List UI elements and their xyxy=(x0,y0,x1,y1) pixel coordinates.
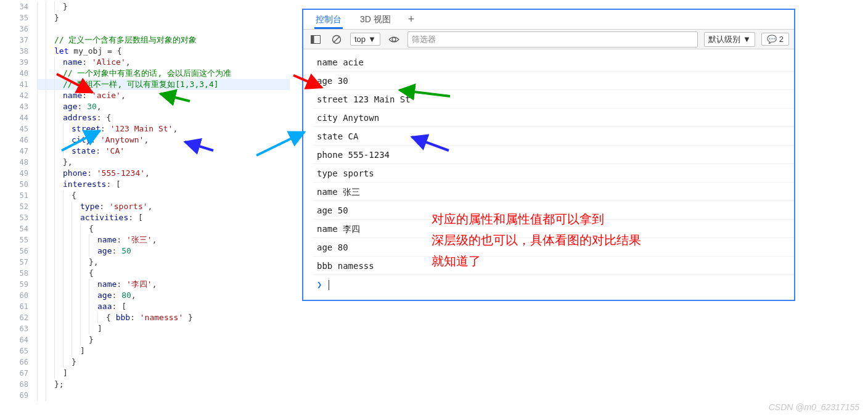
console-log-row[interactable]: age 80 xyxy=(313,238,794,257)
line-number: 41 xyxy=(0,79,37,90)
live-expression-icon[interactable] xyxy=(387,33,401,46)
code-line[interactable]: } xyxy=(37,357,290,368)
code-line[interactable]: address: { xyxy=(37,112,290,123)
svg-line-3 xyxy=(334,36,340,43)
code-line[interactable]: activities: [ xyxy=(37,212,290,223)
code-line[interactable]: // 定义一个含有多层数组与对象的对象 xyxy=(37,35,290,46)
line-number: 46 xyxy=(0,134,37,146)
line-number: 45 xyxy=(0,123,37,134)
console-log-row[interactable]: type sports xyxy=(313,164,794,183)
line-number-gutter: 3435363738394041424344454647484950515253… xyxy=(0,0,37,401)
context-select-label: top xyxy=(354,35,366,44)
line-number: 57 xyxy=(0,257,37,268)
code-line[interactable] xyxy=(37,390,290,401)
code-line[interactable]: { bbb: 'namesss' } xyxy=(37,312,290,323)
code-editor[interactable]: 3435363738394041424344454647484950515253… xyxy=(0,0,290,407)
line-number: 51 xyxy=(0,190,37,201)
code-line[interactable]: phone: '555-1234', xyxy=(37,168,290,179)
line-number: 69 xyxy=(0,390,37,401)
line-number: 52 xyxy=(0,201,37,212)
console-log-output[interactable]: name acieage 30street 123 Main Stcity An… xyxy=(303,49,794,300)
code-line[interactable]: { xyxy=(37,223,290,234)
code-line[interactable]: { xyxy=(37,190,290,201)
code-line[interactable]: name: '张三', xyxy=(37,234,290,246)
line-number: 68 xyxy=(0,379,37,390)
code-line[interactable]: }, xyxy=(37,257,290,268)
chevron-down-icon: ▼ xyxy=(743,35,751,44)
line-number: 61 xyxy=(0,301,37,312)
console-log-row[interactable]: age 50 xyxy=(313,201,794,220)
line-number: 60 xyxy=(0,290,37,301)
tab-3dview[interactable]: 3D 视图 xyxy=(359,10,392,29)
code-line[interactable]: // 数组不一样, 可以有重复如[1,3,3,4] xyxy=(37,79,290,90)
code-line[interactable] xyxy=(37,23,290,35)
code-line[interactable]: // 一个对象中有重名的话, 会以后面这个为准 xyxy=(37,68,290,79)
code-line[interactable]: state: 'CA' xyxy=(37,146,290,157)
tab-console[interactable]: 控制台 xyxy=(314,10,343,29)
code-line[interactable]: interests: [ xyxy=(37,179,290,190)
line-number: 59 xyxy=(0,279,37,290)
code-line[interactable]: name: 'acie', xyxy=(37,90,290,101)
code-line[interactable]: { xyxy=(37,268,290,279)
line-number: 64 xyxy=(0,334,37,345)
log-level-select[interactable]: 默认级别 ▼ xyxy=(704,32,755,47)
add-tab-icon[interactable]: + xyxy=(408,13,415,26)
code-line[interactable]: type: 'sports', xyxy=(37,201,290,212)
code-line[interactable]: } xyxy=(37,334,290,345)
code-line[interactable]: aaa: [ xyxy=(37,301,290,312)
sidebar-toggle-icon[interactable] xyxy=(308,33,323,46)
svg-rect-1 xyxy=(311,35,314,43)
filter-input[interactable]: 筛选器 xyxy=(407,31,698,47)
console-log-row[interactable]: name acie xyxy=(313,53,794,72)
code-area[interactable]: }}// 定义一个含有多层数组与对象的对象let my_obj = {name:… xyxy=(37,0,290,401)
console-prompt[interactable] xyxy=(313,275,794,294)
issues-count: 2 xyxy=(779,35,784,44)
code-line[interactable]: name: '李四', xyxy=(37,279,290,290)
code-line[interactable]: }; xyxy=(37,379,290,390)
console-log-row[interactable]: phone 555-1234 xyxy=(313,146,794,164)
line-number: 39 xyxy=(0,57,37,68)
clear-console-icon[interactable] xyxy=(329,33,344,46)
line-number: 38 xyxy=(0,46,37,57)
code-line[interactable]: ] xyxy=(37,368,290,379)
code-line[interactable]: let my_obj = { xyxy=(37,46,290,57)
context-select[interactable]: top ▼ xyxy=(350,33,380,46)
line-number: 65 xyxy=(0,345,37,357)
console-log-row[interactable]: name 李四 xyxy=(313,220,794,238)
code-line[interactable]: } xyxy=(37,12,290,23)
code-line[interactable]: age: 30, xyxy=(37,101,290,112)
line-number: 34 xyxy=(0,1,37,12)
devtools-tabs: 控制台 3D 视图 + xyxy=(303,10,794,30)
code-line[interactable]: city: 'Anytown', xyxy=(37,134,290,146)
log-level-label: 默认级别 xyxy=(708,34,740,45)
line-number: 48 xyxy=(0,157,37,168)
line-number: 55 xyxy=(0,234,37,246)
svg-point-4 xyxy=(392,38,396,41)
line-number: 62 xyxy=(0,312,37,323)
code-line[interactable]: }, xyxy=(37,157,290,168)
console-log-row[interactable]: city Anytown xyxy=(313,109,794,127)
console-log-row[interactable]: street 123 Main St xyxy=(313,90,794,109)
code-line[interactable]: street: '123 Main St', xyxy=(37,123,290,134)
code-line[interactable]: } xyxy=(37,1,290,12)
code-line[interactable]: ] xyxy=(37,323,290,334)
console-log-row[interactable]: state CA xyxy=(313,127,794,146)
line-number: 43 xyxy=(0,101,37,112)
issues-badge[interactable]: 💬 2 xyxy=(761,33,789,46)
line-number: 37 xyxy=(0,35,37,46)
code-line[interactable]: age: 80, xyxy=(37,290,290,301)
watermark: CSDN @m0_62317155 xyxy=(769,402,859,412)
code-line[interactable]: name: 'Alice', xyxy=(37,57,290,68)
line-number: 66 xyxy=(0,357,37,368)
console-log-row[interactable]: bbb namesss xyxy=(313,257,794,275)
devtools-panel: 控制台 3D 视图 + top ▼ 筛选器 默认级别 ▼ 💬 2 name ac… xyxy=(302,9,795,301)
code-line[interactable]: age: 50 xyxy=(37,246,290,257)
line-number: 63 xyxy=(0,323,37,334)
line-number: 42 xyxy=(0,90,37,101)
console-log-row[interactable]: age 30 xyxy=(313,72,794,90)
line-number: 56 xyxy=(0,246,37,257)
line-number: 40 xyxy=(0,68,37,79)
code-line[interactable]: ] xyxy=(37,345,290,357)
console-log-row[interactable]: name 张三 xyxy=(313,183,794,201)
line-number: 54 xyxy=(0,223,37,234)
